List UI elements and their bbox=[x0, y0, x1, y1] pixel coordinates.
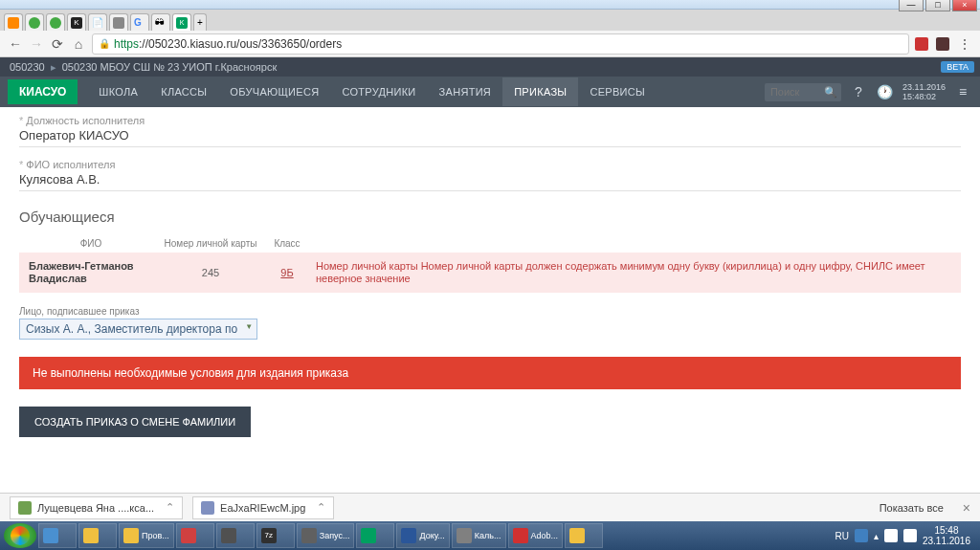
taskbar-item[interactable] bbox=[565, 523, 603, 548]
nav-services[interactable]: СЕРВИСЫ bbox=[578, 77, 657, 106]
taskbar-item[interactable]: Каль... bbox=[452, 523, 506, 548]
taskbar-item[interactable]: Запус... bbox=[297, 523, 355, 548]
validation-error: Номер личной карты Номер личной карты до… bbox=[316, 260, 961, 285]
taskbar-item[interactable] bbox=[78, 523, 117, 548]
table-row: Блажевич-Гетманов Владислав 245 9Б Номер… bbox=[19, 253, 961, 293]
extension-icon[interactable] bbox=[915, 37, 928, 51]
browser-tab[interactable]: 🕶 bbox=[151, 13, 170, 31]
taskbar-item[interactable]: Доку... bbox=[396, 523, 449, 548]
google-icon: G bbox=[134, 17, 145, 29]
chevron-down-icon[interactable]: ⌃ bbox=[317, 501, 325, 514]
taskbar-item[interactable]: Пров... bbox=[119, 523, 174, 548]
field-value[interactable]: Оператор КИАСУО bbox=[19, 128, 961, 147]
clock-icon[interactable]: 🕐 bbox=[876, 84, 895, 99]
menu-icon[interactable]: ⋮ bbox=[957, 36, 972, 52]
reload-button[interactable]: ⟳ bbox=[50, 36, 65, 52]
back-button[interactable]: ← bbox=[8, 36, 23, 52]
class-link[interactable]: 9Б bbox=[280, 267, 293, 278]
nav-datetime: 23.11.201615:48:02 bbox=[902, 82, 946, 101]
folder-icon bbox=[123, 528, 139, 543]
browser-tab[interactable]: G bbox=[130, 13, 149, 31]
system-tray: RU ▴ 15:48 23.11.2016 bbox=[835, 525, 976, 546]
search-input[interactable] bbox=[770, 86, 818, 98]
taskbar-clock[interactable]: 15:48 23.11.2016 bbox=[923, 525, 970, 546]
kiasuo-icon: K bbox=[176, 17, 188, 29]
chevron-right-icon: ▸ bbox=[51, 61, 56, 74]
browser-tab-strip: K 📄 G 🕶 K + bbox=[0, 10, 980, 31]
field-fio: ФИО исполнителя Кулясова А.В. bbox=[19, 159, 961, 191]
browser-tab[interactable]: 📄 bbox=[88, 13, 107, 31]
language-indicator[interactable]: RU bbox=[835, 531, 848, 541]
logo[interactable]: КИАСУО bbox=[8, 79, 78, 104]
window-maximize-button[interactable]: □ bbox=[925, 0, 950, 11]
taskbar: Пров... 7z Запус... Доку... Каль... Adob… bbox=[0, 521, 980, 550]
word-icon bbox=[401, 528, 416, 543]
new-tab-button[interactable]: + bbox=[193, 13, 207, 31]
taskbar-item[interactable] bbox=[176, 523, 214, 548]
file-icon bbox=[18, 501, 32, 515]
breadcrumb-school[interactable]: 050230 МБОУ СШ № 23 УИОП г.Красноярск bbox=[62, 61, 277, 73]
nav-school[interactable]: ШКОЛА bbox=[87, 77, 149, 106]
help-icon[interactable]: ? bbox=[849, 84, 868, 99]
url-input[interactable]: 🔒 https://050230.kiasuo.ru/ous/3363650/o… bbox=[92, 33, 909, 55]
download-item[interactable]: EaJxaRIEwcM.jpg ⌃ bbox=[192, 496, 334, 519]
table-header: ФИО Номер личной карты Класс bbox=[19, 234, 961, 253]
nav-students[interactable]: ОБУЧАЮЩИЕСЯ bbox=[218, 77, 330, 106]
taskbar-item[interactable] bbox=[38, 523, 77, 548]
col-class: Класс bbox=[258, 238, 316, 249]
yandex-icon bbox=[181, 528, 196, 543]
file-icon: 📄 bbox=[92, 17, 103, 29]
search-box[interactable]: 🔍 bbox=[765, 83, 841, 101]
student-name[interactable]: Блажевич-Гетманов Владислав bbox=[19, 260, 163, 285]
favicon-icon: 🕶 bbox=[155, 17, 167, 29]
extension-icon[interactable] bbox=[936, 37, 949, 51]
close-icon[interactable]: × bbox=[963, 500, 970, 516]
forward-button[interactable]: → bbox=[29, 36, 44, 52]
explorer-icon bbox=[83, 528, 99, 543]
browser-tab[interactable] bbox=[109, 13, 128, 31]
taskbar-item[interactable] bbox=[356, 523, 394, 548]
taskbar-item[interactable] bbox=[216, 523, 255, 548]
favicon-icon: K bbox=[71, 17, 82, 29]
nav-lessons[interactable]: ЗАНЯТИЯ bbox=[428, 77, 503, 106]
window-minimize-button[interactable]: — bbox=[899, 0, 924, 11]
search-icon[interactable]: 🔍 bbox=[824, 86, 837, 99]
student-class: 9Б bbox=[258, 267, 316, 278]
field-position: Должность исполнителя Оператор КИАСУО bbox=[19, 115, 961, 147]
tray-up-icon[interactable]: ▴ bbox=[874, 531, 879, 541]
students-section-title: Обучающиеся bbox=[19, 209, 961, 225]
favicon-icon bbox=[29, 17, 40, 29]
tray-icon[interactable] bbox=[855, 529, 868, 542]
taskbar-item[interactable]: 7z bbox=[256, 523, 295, 548]
app-icon bbox=[301, 528, 317, 543]
breadcrumb-code[interactable]: 050230 bbox=[10, 61, 45, 73]
taskbar-item[interactable]: Adob... bbox=[508, 523, 564, 548]
hamburger-icon[interactable]: ≡ bbox=[953, 84, 972, 99]
chevron-down-icon[interactable]: ⌃ bbox=[166, 501, 174, 514]
nav-orders[interactable]: ПРИКАЗЫ bbox=[502, 77, 578, 106]
browser-tab-active[interactable]: K bbox=[172, 13, 191, 31]
lock-icon: 🔒 bbox=[99, 38, 110, 49]
main-nav: КИАСУО ШКОЛА КЛАССЫ ОБУЧАЮЩИЕСЯ СОТРУДНИ… bbox=[0, 77, 980, 107]
download-item[interactable]: Лущевцева Яна ....кса... ⌃ bbox=[10, 496, 183, 519]
network-icon[interactable] bbox=[884, 529, 898, 542]
nav-staff[interactable]: СОТРУДНИКИ bbox=[330, 77, 427, 106]
browser-tab[interactable]: K bbox=[67, 13, 86, 31]
window-close-button[interactable]: × bbox=[952, 0, 977, 11]
signer-select[interactable]: Сизых А. А., Заместитель директора по bbox=[19, 319, 257, 340]
browser-tab[interactable] bbox=[4, 13, 23, 31]
home-button[interactable]: ⌂ bbox=[71, 36, 86, 52]
app-icon bbox=[221, 528, 236, 543]
student-card-number: 245 bbox=[163, 267, 258, 278]
start-button[interactable] bbox=[4, 523, 36, 548]
content-area: Должность исполнителя Оператор КИАСУО ФИ… bbox=[0, 107, 980, 480]
nav-classes[interactable]: КЛАССЫ bbox=[149, 77, 218, 106]
address-bar: ← → ⟳ ⌂ 🔒 https://050230.kiasuo.ru/ous/3… bbox=[0, 31, 980, 57]
create-order-button[interactable]: СОЗДАТЬ ПРИКАЗ О СМЕНЕ ФАМИЛИИ bbox=[19, 407, 251, 437]
volume-icon[interactable] bbox=[903, 529, 917, 542]
show-all-downloads[interactable]: Показать все bbox=[880, 502, 944, 514]
browser-tab[interactable] bbox=[46, 13, 65, 31]
browser-tab[interactable] bbox=[25, 13, 44, 31]
download-filename: Лущевцева Яна ....кса... bbox=[37, 502, 154, 514]
field-value[interactable]: Кулясова А.В. bbox=[19, 172, 961, 191]
